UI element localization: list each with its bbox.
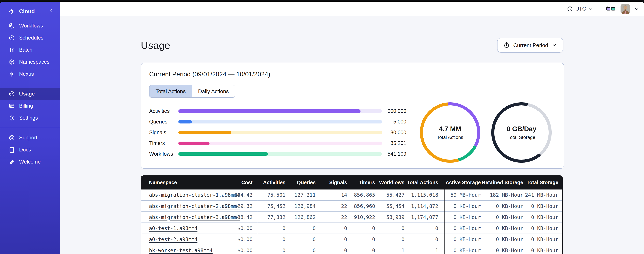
sidebar-item-schedules[interactable]: Schedules: [0, 32, 60, 44]
table-cell: 75,501: [257, 190, 286, 200]
sidebar-item-label: Schedules: [19, 35, 44, 41]
sidebar-brand[interactable]: Cloud: [0, 3, 60, 20]
bar-track: [178, 110, 382, 113]
table-cell: 0: [316, 245, 347, 254]
avatar[interactable]: [620, 4, 630, 14]
column-header-workflows: Workflows: [375, 176, 404, 190]
sidebar: Cloud WorkflowsSchedulesBatchNamespacesN…: [0, 2, 60, 254]
batch-icon: [8, 46, 15, 53]
donut-title: 4.7 MM: [439, 125, 461, 133]
bar-value: 900,000: [382, 108, 406, 114]
table-cell: 126,984: [286, 200, 316, 212]
table-cell: 1: [404, 245, 444, 254]
table-cell: 0 KB-Hour: [523, 223, 563, 234]
namespace-link[interactable]: abs-migration-cluster-2.a98mm4: [149, 203, 240, 209]
usage-card: Current Period (09/01/2024 — 10/01/2024)…: [141, 63, 564, 169]
table-row: abs-migration-cluster-1.a98mm4$34.4275,5…: [141, 190, 563, 200]
bar-label: Timers: [149, 140, 178, 146]
period-select-button[interactable]: Current Period: [497, 38, 563, 52]
column-header-timers: Timers: [347, 176, 375, 190]
table-row: abs-migration-cluster-2.a98mm4$29.3275,4…: [141, 200, 563, 212]
table-cell: 0 KB-Hour: [523, 200, 563, 212]
namespace-link[interactable]: abs-migration-cluster-1.a98mm4: [149, 192, 240, 198]
table-row: a0-test-2.a98mm4$0.000000000 KB-Hour0 KB…: [141, 234, 563, 245]
column-header-active-storage: Active Storage: [444, 176, 481, 190]
namespace-cell: a0-test-1.a98mm4: [141, 223, 217, 234]
chevron-down-icon: [588, 6, 594, 12]
bar-label: Workflows: [149, 151, 178, 157]
table-cell: 0: [404, 234, 444, 245]
sidebar-item-docs[interactable]: Docs: [0, 144, 60, 156]
tab-total-actions[interactable]: Total Actions: [150, 85, 192, 97]
bar-row-workflows: Workflows541,109: [149, 148, 406, 159]
table-cell: 1: [375, 245, 404, 254]
table-cell: 1,174,077: [404, 212, 444, 223]
stopwatch-icon: [503, 42, 510, 49]
table-cell: 856,865: [347, 190, 375, 200]
screen: Cloud WorkflowsSchedulesBatchNamespacesN…: [0, 0, 644, 254]
namespace-link[interactable]: bk-worker-test.a98mm4: [149, 248, 212, 253]
column-header-retained-storage: Retained Storage: [481, 176, 523, 190]
content: Usage Current Period: [60, 16, 644, 254]
account-menu-chevron-icon[interactable]: [634, 6, 640, 12]
table-cell: 0 KB-Hour: [481, 245, 523, 254]
support-icon: [8, 134, 15, 141]
actions-tabs: Total ActionsDaily Actions: [149, 85, 235, 98]
brand-label: Cloud: [19, 8, 48, 14]
table-cell: $0.00: [217, 245, 257, 254]
donut-center: 4.7 MMTotal Actions: [420, 102, 480, 163]
sidebar-item-label: Namespaces: [19, 59, 50, 65]
table-cell: 182 MB-Hour: [481, 190, 523, 200]
table-cell: 0: [347, 245, 375, 254]
bar-fill: [178, 142, 210, 145]
table-cell: 0 KB-Hour: [444, 234, 481, 245]
sidebar-item-nexus[interactable]: Nexus: [0, 68, 60, 80]
donut-title: 0 GB/Day: [506, 125, 536, 133]
namespace-link[interactable]: a0-test-2.a98mm4: [149, 236, 198, 242]
table-cell: 0 KB-Hour: [481, 200, 523, 212]
tab-daily-actions[interactable]: Daily Actions: [192, 85, 235, 97]
column-header-namespace: Namespace: [141, 176, 217, 190]
namespace-link[interactable]: abs-migration-cluster-3.a98mm4: [149, 214, 240, 220]
table-cell: 22: [316, 200, 347, 212]
sidebar-item-batch[interactable]: Batch: [0, 44, 60, 56]
bar-label: Activities: [149, 108, 178, 114]
bar-value: 130,000: [382, 130, 406, 136]
table-cell: 0: [286, 245, 316, 254]
table-cell: 75,452: [257, 200, 286, 212]
table-cell: 856,960: [347, 200, 375, 212]
namespace-cell: bk-worker-test.a98mm4: [141, 245, 217, 254]
glasses-icon[interactable]: [606, 6, 616, 12]
sidebar-item-welcome[interactable]: Welcome: [0, 156, 60, 168]
sidebar-item-label: Docs: [19, 147, 31, 153]
sidebar-item-namespaces[interactable]: Namespaces: [0, 56, 60, 68]
sidebar-divider: [0, 84, 60, 84]
sidebar-account-nav: UsageBillingSettings: [0, 88, 60, 124]
bar-row-queries: Queries5,000: [149, 116, 406, 127]
sidebar-item-settings[interactable]: Settings: [0, 112, 60, 124]
sidebar-item-billing[interactable]: Billing: [0, 100, 60, 112]
sidebar-item-support[interactable]: Support: [0, 132, 60, 144]
table-cell: $0.00: [217, 234, 257, 245]
table-cell: 14: [316, 190, 347, 200]
namespace-cell: abs-migration-cluster-3.a98mm4: [141, 212, 217, 223]
sidebar-item-workflows[interactable]: Workflows: [0, 20, 60, 32]
welcome-icon: [8, 158, 15, 165]
table-cell: 910,922: [347, 212, 375, 223]
table-cell: 0: [347, 223, 375, 234]
sidebar-item-label: Settings: [19, 115, 38, 121]
sidebar-collapse-icon[interactable]: [48, 8, 53, 15]
table-cell: 0 KB-Hour: [523, 212, 563, 223]
topbar: UTC: [60, 2, 644, 16]
namespace-link[interactable]: a0-test-1.a98mm4: [149, 225, 198, 231]
bar-value: 541,109: [382, 151, 406, 157]
donut-subtitle: Total Actions: [437, 135, 463, 140]
card-title: Current Period (09/01/2024 — 10/01/2024): [149, 71, 556, 78]
workflows-icon: [8, 22, 15, 29]
bar-track: [178, 131, 382, 134]
table-cell: 0: [286, 223, 316, 234]
donut-charts: 4.7 MMTotal Actions 0 GB/DayTotal Storag…: [420, 102, 552, 163]
timezone-selector[interactable]: UTC: [567, 6, 594, 12]
column-header-total-storage: Total Storage: [523, 176, 563, 190]
sidebar-item-usage[interactable]: Usage: [0, 88, 60, 100]
